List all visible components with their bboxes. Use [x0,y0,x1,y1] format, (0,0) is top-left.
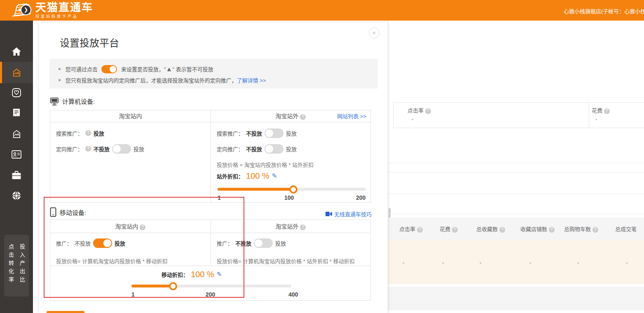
help-icon[interactable]: ? [592,227,598,233]
sidebar-expand-icon[interactable]: ❯ [21,5,31,15]
offsite-discount-label: 站外折扣： [217,172,244,180]
learn-more-link[interactable]: 了解详情 >> [237,77,266,84]
account-name[interactable]: 心雅小栈旗舰店(子帐号：心雅小栈 [564,7,644,15]
slider-handle[interactable] [169,282,177,290]
notice-line-1: 您可通过点击 来设置是否投放，"▲!" 表示暂不可投放 [59,64,378,74]
sidebar-item-reports[interactable] [0,104,33,122]
help-icon[interactable]: ? [604,108,610,114]
app-subtitle: 阿里妈妈旗下产品 [35,14,93,19]
col-header-label: 淘宝站外 [276,223,299,230]
help-icon[interactable]: ? [549,227,555,233]
heart-icon [12,88,21,98]
computer-section-title: 计算机设备: [50,97,95,105]
wireless-tips-label: 无线直通车技巧 [334,210,372,218]
sidebar-item-help[interactable] [0,187,33,205]
mobile-section-title: 移动设备: [50,207,86,217]
sidebar-item-campaign-active[interactable] [0,62,33,83]
help-icon[interactable]: ? [85,130,91,136]
sidebar: 点击转化率 投入产出比 [0,21,33,313]
help-icon[interactable]: ? [85,146,91,152]
search-promo-toggle[interactable] [265,128,283,138]
target-promo-row: 定向推广： ? 不投放 投放 [56,144,144,154]
app-title: 天猫直通车 [35,2,93,13]
metric-click-conversion[interactable]: 点击转化率 [7,244,15,297]
price-formula: 投放价格= 计算机淘宝站内投放价格 * 移动折扣 [56,256,168,266]
target-promo-toggle[interactable] [265,144,283,154]
promo-toggle[interactable] [254,238,273,248]
search-promo-state: 投放 [94,129,104,137]
col-header: 总成交笔 [615,226,637,232]
slider-max-label: 400 [288,291,298,298]
sidebar-item-home[interactable] [0,42,33,61]
sidebar-item-favorites[interactable] [0,84,33,102]
slider-handle[interactable] [289,185,297,194]
cell-value: - [626,259,628,266]
stat-clickrate-label: 点击率 [407,107,424,114]
computer-taobao-in-cell: 搜索推广： ? 投放 定向推广： ? 不投放 投放 [50,122,211,202]
receipt-icon [12,108,21,118]
toggle-knob [255,239,262,247]
col-header: 花费 [440,226,450,232]
target-promo-on-label: 投放 [286,145,297,153]
price-formula: 投放价格 = 淘宝站内投放价格 * 站外折扣 [217,159,314,169]
help-icon[interactable]: ? [140,224,145,230]
sidebar-item-creative[interactable] [0,125,33,143]
sidebar-item-tools[interactable] [0,166,33,184]
stat-divider [589,102,589,128]
help-icon[interactable]: ? [300,114,306,120]
slider-fill [131,285,173,287]
mobile-discount-value: 100 % [191,270,214,279]
promo-row: 推广： 不投放 投放 [217,238,286,248]
promo-on-label: 投放 [115,239,125,247]
help-icon[interactable]: ? [452,227,458,233]
metric-roi[interactable]: 投入产出比 [18,244,26,297]
confirm-button[interactable] [47,311,84,313]
edit-pencil-icon[interactable]: ✎ [217,271,222,278]
scrollbar-thumb[interactable] [389,208,391,218]
search-promo-on-label: 投放 [286,129,297,137]
slider-mid-label: 100 [284,194,294,201]
video-icon [326,212,332,216]
close-icon[interactable]: × [369,28,379,38]
website-list-link[interactable]: 网站列表 >> [337,110,366,122]
table-header-band: 点击率 ? 花费 ? 总收藏数 ? 收藏店铺数 ? 总购物车数 ? 总成交笔 [388,217,644,240]
help-icon[interactable]: ? [300,224,306,230]
target-promo-label: 定向推广： [56,145,83,153]
help-icon[interactable]: ? [499,227,505,233]
toggle-knob [103,239,111,247]
active-indicator [0,62,2,83]
target-promo-off-label: 不投放 [246,145,262,153]
cell-value: - [577,259,579,266]
promo-toggle[interactable] [93,238,112,248]
notice-text: 来设置是否投放，" [121,66,166,72]
search-promo-label: 搜索推广： [56,129,83,137]
col-header-taobao-in: 淘宝站内 ? [50,220,211,233]
row-divider [388,214,644,214]
background-report-panel: 点击率 ? - 花费 ? - 点击率 ? 花费 ? 总收藏数 ? 收藏店铺数 ?… [388,21,644,313]
edit-pencil-icon[interactable]: ✎ [272,172,277,180]
help-icon[interactable]: ? [417,227,423,233]
mobile-taobao-in-cell: 推广： 不投放 投放 投放价格= 计算机淘宝站内投放价格 * 移动折扣 [50,233,211,266]
sphere-icon [12,191,21,201]
table-row[interactable]: - - - - - - [388,240,644,284]
stat-top-border [393,102,644,103]
target-promo-label: 定向推广： [217,145,244,153]
top-header: 天猫直通车 阿里妈妈旗下产品 心雅小栈旗舰店(子帐号：心雅小栈 [0,0,644,21]
sidebar-item-account[interactable] [0,145,33,164]
col-header-taobao-out: 淘宝站外 ? 网站列表 >> [211,110,370,122]
wireless-tips-link[interactable]: 无线直通车技巧 [326,210,372,218]
promo-label: 推广： [56,239,72,247]
warning-icon: ▲! [166,64,173,74]
cell-value: - [442,259,444,266]
computer-icon [50,97,59,105]
bullet-icon [59,79,61,81]
mobile-discount: 移动折扣： 100 % ✎ [162,269,222,279]
help-icon[interactable]: ? [425,108,431,114]
offsite-discount-slider[interactable] [218,185,366,193]
cell-value: - [403,259,404,266]
row-divider [388,172,644,173]
target-promo-toggle[interactable] [112,144,131,154]
mobile-discount-slider[interactable] [131,282,291,290]
cell-value: - [480,259,481,266]
bullet-icon [59,68,61,70]
